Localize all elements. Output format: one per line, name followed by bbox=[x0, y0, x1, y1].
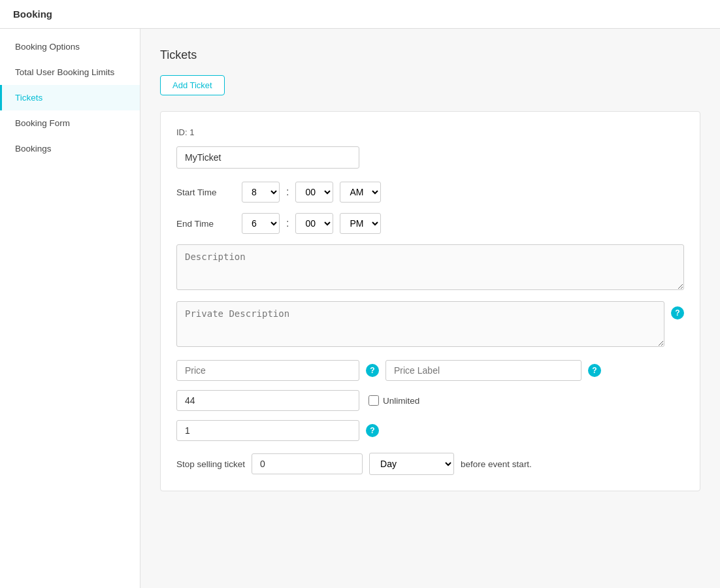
stop-selling-label: Stop selling ticket bbox=[176, 459, 245, 469]
min-qty-row: ? bbox=[176, 420, 684, 441]
sidebar: Booking Options Total User Booking Limit… bbox=[0, 29, 140, 588]
quantity-input[interactable] bbox=[176, 390, 359, 411]
start-minute-select[interactable]: 00153045 bbox=[295, 182, 333, 203]
min-qty-input[interactable] bbox=[176, 420, 359, 441]
unlimited-checkbox-label[interactable]: Unlimited bbox=[368, 395, 419, 406]
day-select[interactable]: Day Hour Week bbox=[369, 453, 454, 475]
add-ticket-button[interactable]: Add Ticket bbox=[160, 75, 225, 95]
stop-selling-row: Stop selling ticket Day Hour Week before… bbox=[176, 453, 684, 475]
end-time-row: End Time 6 1234 5789 101112 : 00153045 P… bbox=[176, 213, 684, 234]
price-help-icon[interactable]: ? bbox=[366, 364, 379, 377]
unlimited-checkbox[interactable] bbox=[368, 395, 379, 406]
section-title: Tickets bbox=[160, 48, 700, 62]
header-title: Booking bbox=[13, 8, 52, 20]
private-description-textarea[interactable] bbox=[176, 301, 664, 347]
before-event-text: before event start. bbox=[461, 459, 532, 469]
start-period-select[interactable]: AMPM bbox=[340, 182, 381, 203]
sidebar-item-total-user-booking[interactable]: Total User Booking Limits bbox=[0, 59, 140, 85]
price-label-input[interactable] bbox=[385, 360, 581, 381]
description-textarea[interactable] bbox=[176, 244, 684, 290]
end-hour-select[interactable]: 6 1234 5789 101112 bbox=[242, 213, 280, 234]
start-hour-select[interactable]: 8 1234 5679 101112 bbox=[242, 182, 280, 203]
sidebar-item-booking-options[interactable]: Booking Options bbox=[0, 34, 140, 59]
min-qty-help-icon[interactable]: ? bbox=[366, 424, 379, 437]
app-header: Booking bbox=[0, 0, 720, 29]
app-body: Booking Options Total User Booking Limit… bbox=[0, 29, 720, 588]
private-description-help-icon[interactable]: ? bbox=[671, 306, 684, 319]
start-time-label: Start Time bbox=[176, 188, 235, 197]
private-description-wrapper: ? bbox=[176, 301, 684, 347]
quantity-row: Unlimited bbox=[176, 390, 684, 411]
ticket-card: ID: 1 Start Time 8 1234 5679 101112 : 00… bbox=[160, 111, 700, 491]
start-time-row: Start Time 8 1234 5679 101112 : 00153045… bbox=[176, 182, 684, 203]
ticket-name-input[interactable] bbox=[176, 146, 359, 169]
end-period-select[interactable]: PMAM bbox=[340, 213, 381, 234]
end-time-label: End Time bbox=[176, 219, 235, 229]
ticket-id: ID: 1 bbox=[176, 127, 684, 137]
stop-selling-input[interactable] bbox=[252, 453, 363, 474]
sidebar-item-bookings[interactable]: Bookings bbox=[0, 136, 140, 161]
end-time-colon: : bbox=[286, 218, 289, 229]
start-time-colon: : bbox=[286, 186, 289, 198]
end-minute-select[interactable]: 00153045 bbox=[295, 213, 333, 234]
price-row: ? ? bbox=[176, 360, 684, 381]
price-label-help-icon[interactable]: ? bbox=[588, 364, 601, 377]
sidebar-item-tickets[interactable]: Tickets bbox=[0, 85, 140, 110]
main-content: Tickets Add Ticket ID: 1 Start Time 8 12… bbox=[140, 29, 720, 588]
price-input[interactable] bbox=[176, 360, 359, 381]
sidebar-item-booking-form[interactable]: Booking Form bbox=[0, 110, 140, 136]
